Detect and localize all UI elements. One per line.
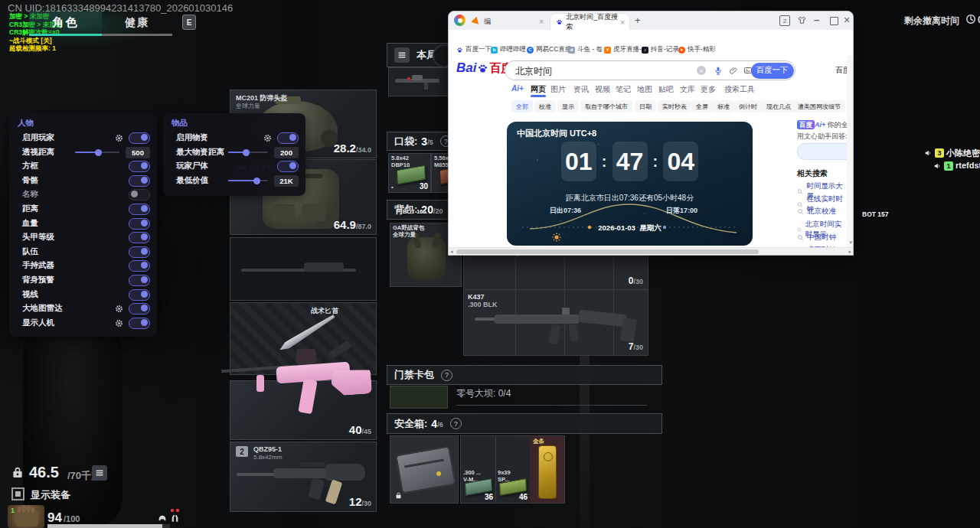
bookmark-huya[interactable]: Y虎牙直播- (604, 45, 642, 54)
bookmark-kuaishou[interactable]: k快手-精彩 (678, 45, 716, 54)
tab-health[interactable]: 健康 (102, 11, 172, 36)
toggle-back-warning[interactable] (129, 275, 150, 286)
value-loot-distance[interactable]: 200 (274, 147, 299, 158)
browser-tab-1[interactable]: 编 × (467, 14, 548, 30)
bookmark-baidu[interactable]: 百度一下. (456, 45, 493, 54)
slider-min-value[interactable] (228, 180, 268, 181)
equipment-list-button[interactable] (92, 465, 107, 481)
toggle-name[interactable] (129, 189, 150, 200)
nav-ai[interactable]: Ai+ (511, 84, 524, 93)
toggle-armor-level[interactable] (129, 232, 150, 243)
scroll-left-icon[interactable]: ◂ (450, 249, 453, 255)
browser-tab-2[interactable]: 北京时间_百度搜索 × (550, 13, 630, 31)
gear-card-pink-rifle[interactable]: 40/45 (230, 380, 377, 440)
nav-tools[interactable]: 搜索工具 (724, 84, 755, 95)
scroll-down-icon[interactable]: ▾ (849, 240, 852, 246)
nav-video[interactable]: 视频 (595, 84, 610, 95)
chip-what-time[interactable]: 现在几点 (762, 100, 795, 112)
skin-shirt-icon[interactable] (797, 15, 807, 25)
close-window-button[interactable]: × (844, 14, 850, 26)
loot-list-icon[interactable] (394, 47, 410, 63)
chip-display[interactable]: 显示 (557, 100, 579, 112)
nav-web[interactable]: 网页 (531, 84, 546, 95)
attachment-icon[interactable] (729, 66, 738, 75)
toggle-health[interactable] (129, 218, 150, 230)
chip-cyberattack-news[interactable]: 遭美国网攻细节 (793, 100, 845, 112)
keycard-slot[interactable] (390, 386, 448, 409)
safebox-help-icon[interactable]: ? (450, 418, 462, 429)
toggle-held-weapon[interactable] (129, 260, 150, 272)
slider-esp-distance[interactable] (75, 152, 119, 153)
search-button[interactable]: 百度一下 (751, 63, 794, 79)
horizontal-scrollbar[interactable]: ◂ ▸ (449, 247, 853, 256)
nav-tieba[interactable]: 贴吧 (658, 84, 674, 95)
backpack-weapon-k437[interactable]: K437.300 BLK 7/30 (464, 289, 648, 355)
gear-icon[interactable] (115, 134, 123, 142)
vertical-scrollbar[interactable]: ▾ (847, 56, 853, 247)
keycard-help-icon[interactable]: ? (441, 370, 452, 381)
bookmark-douyu[interactable]: d斗鱼 - 每 (568, 45, 603, 54)
nav-maps[interactable]: 地图 (637, 84, 652, 95)
helmet-slot-icon (157, 513, 168, 523)
bookmark-bilibili[interactable]: b哔哩哔哩 (491, 45, 526, 54)
toggle-map-radar[interactable] (129, 303, 150, 315)
loot-weapon-tile[interactable] (388, 67, 449, 96)
nav-images[interactable]: 图片 (550, 84, 566, 95)
safebox-case-tile[interactable] (390, 435, 459, 504)
related-link-5[interactable]: 中国时钟 (797, 233, 836, 243)
scrollbar-thumb[interactable] (456, 249, 759, 254)
gear-card-rifle-dark[interactable] (230, 237, 377, 301)
chip-fullscreen[interactable]: 全屏 (691, 100, 713, 112)
chip-which-city[interactable]: 取自于哪个城市 (580, 100, 632, 112)
mic-icon[interactable] (714, 66, 723, 75)
value-esp-distance[interactable]: 500 (126, 147, 150, 158)
gear-icon[interactable] (115, 305, 123, 313)
gear-icon[interactable] (263, 134, 272, 142)
toggle-player-corpse[interactable] (277, 161, 299, 172)
gear-card-qbz[interactable]: 2 QBZ95-1 5.8x42mm 12/30 (230, 442, 377, 512)
search-box[interactable]: 北京时间 × 百度一下 (505, 60, 795, 80)
value-min-value[interactable]: 21K (274, 175, 299, 187)
toggle-team[interactable] (129, 246, 150, 258)
chip-stopwatch[interactable]: 实时秒表 (658, 100, 691, 112)
safebox-item-9x39[interactable]: 9x39SP... 46 (495, 436, 530, 503)
toggle-box[interactable] (129, 161, 150, 172)
browser-logo-icon[interactable] (454, 15, 466, 26)
bookmark-cc[interactable]: C网易CC直播 (527, 45, 571, 54)
chip-calibrate[interactable]: 校准 (534, 100, 556, 112)
slider-loot-distance[interactable] (228, 152, 268, 153)
toggle-skeleton[interactable] (129, 175, 150, 187)
pocket-item-ammo-green[interactable]: 5.8x42DBP10 • 30 (388, 153, 431, 193)
toggle-line-of-sight[interactable] (129, 289, 150, 301)
related-link-3[interactable]: 北京校准 (797, 207, 836, 217)
toggle-enable-loot[interactable] (277, 132, 299, 144)
nav-notes[interactable]: 笔记 (616, 84, 631, 95)
new-tab-button[interactable]: + (635, 15, 641, 26)
close-icon[interactable]: × (620, 18, 625, 27)
chip-standard[interactable]: 标准 (713, 100, 734, 112)
toggle-show-bots[interactable] (129, 318, 150, 329)
chip-all[interactable]: 全部 (511, 100, 533, 112)
show-equipment-checkbox[interactable] (11, 487, 24, 500)
ai-answer-teaser[interactable]: 百度Ai+ 你的全能搜 (797, 120, 847, 130)
gear-icon[interactable] (115, 319, 123, 328)
nav-wenku[interactable]: 文库 (680, 84, 695, 95)
baidu-home-link[interactable]: 百度首页 (835, 65, 847, 76)
chip-countdown[interactable]: 倒计时 (734, 100, 762, 112)
ai-input-box[interactable] (797, 143, 847, 160)
maximize-button[interactable] (830, 17, 838, 25)
tab-count-icon[interactable]: 2 (779, 15, 790, 26)
toggle-enable-players[interactable] (129, 132, 150, 144)
safebox-item-gold-bar[interactable]: 金条 (530, 436, 564, 503)
scroll-right-icon[interactable]: ▸ (848, 249, 851, 255)
bookmark-douyin[interactable]: ♪抖音-记录 (642, 45, 679, 54)
chip-date[interactable]: 日期 (635, 100, 656, 112)
tab-character[interactable]: 角色 (29, 11, 102, 36)
clear-search-icon[interactable]: × (697, 66, 706, 75)
nav-more[interactable]: 更多 (701, 84, 716, 95)
toggle-distance[interactable] (129, 204, 150, 215)
nav-news[interactable]: 资讯 (573, 84, 589, 95)
minimize-button[interactable]: – (814, 14, 819, 25)
close-icon[interactable]: × (539, 18, 544, 26)
safebox-item-300blk[interactable]: .300 ...V-M... 36 (461, 436, 495, 503)
